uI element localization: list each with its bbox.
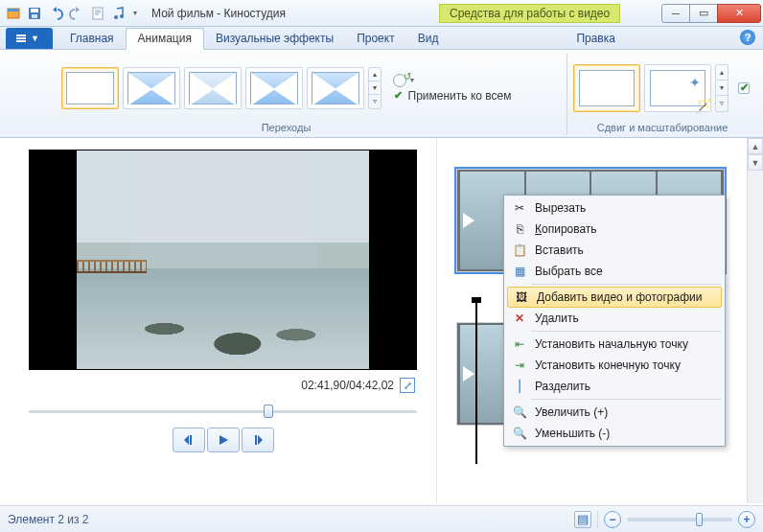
contextual-tab-label: Средства для работы с видео [439, 4, 620, 23]
redo-icon[interactable] [67, 4, 86, 23]
context-menu: ✂Вырезать ⎘Копировать 📋Вставить ▦Выбрать… [503, 195, 726, 447]
pan-zoom-gallery-more[interactable]: ▴▾▿ [715, 64, 728, 112]
ctx-set-start[interactable]: ⇤Установить начальную точку [506, 334, 723, 355]
vertical-scrollbar[interactable]: ▲ ▼ [747, 138, 763, 503]
window-title: Мой фильм - Киностудия [151, 7, 286, 20]
app-icon[interactable] [4, 4, 23, 23]
zoom-in-button[interactable]: + [738, 511, 755, 528]
time-display: 02:41,90/04:42,02 [301, 379, 394, 392]
playback-controls [173, 428, 274, 452]
svg-rect-10 [16, 40, 26, 42]
tab-project[interactable]: Проект [345, 29, 406, 49]
zoom-slider[interactable] [627, 518, 732, 521]
copy-icon: ⎘ [512, 221, 527, 237]
svg-rect-12 [255, 435, 257, 445]
zoom-out-icon: 🔍 [512, 426, 527, 441]
quick-access-toolbar: ▾ [2, 4, 140, 23]
ctx-select-all[interactable]: ▦Выбрать все [506, 261, 723, 282]
ctx-add-media[interactable]: 🖼Добавить видео и фотографии [507, 287, 722, 308]
svg-rect-4 [32, 14, 37, 18]
play-button[interactable] [207, 428, 240, 452]
tab-view[interactable]: Вид [406, 29, 451, 49]
tab-visual-effects[interactable]: Визуальные эффекты [204, 29, 345, 49]
svg-rect-8 [16, 35, 26, 36]
apply-all-label: Применить ко всем [408, 89, 512, 103]
transition-none[interactable] [61, 67, 119, 109]
save-icon[interactable] [25, 4, 44, 23]
pan-zoom-group: 🪄 ▴▾▿ ✔ Сдвиг и масштабирование [567, 54, 757, 135]
time-row: 02:41,90/04:42,02 ⤢ [29, 378, 417, 393]
svg-rect-3 [31, 9, 38, 12]
svg-rect-9 [16, 37, 26, 39]
close-button[interactable]: ✕ [717, 4, 761, 23]
video-preview[interactable] [29, 150, 417, 370]
music-icon[interactable] [109, 4, 128, 23]
preview-pane: 02:41,90/04:42,02 ⤢ [0, 138, 436, 503]
scroll-down-icon[interactable]: ▼ [748, 154, 763, 171]
ctx-separator [531, 284, 721, 285]
scissors-icon: ✂ [512, 200, 527, 216]
transition-preset-1[interactable] [123, 67, 180, 109]
pan-zoom-group-label: Сдвиг и масштабирование [597, 122, 728, 135]
prev-frame-button[interactable] [173, 428, 205, 452]
pan-zoom-apply-all[interactable]: ✔ [736, 64, 751, 112]
svg-rect-5 [93, 8, 103, 19]
next-frame-button[interactable] [242, 428, 274, 452]
svg-rect-11 [190, 435, 192, 445]
transitions-gallery-more[interactable]: ▴▾▿ [368, 67, 382, 109]
seek-bar[interactable] [29, 403, 417, 420]
svg-point-7 [120, 14, 124, 18]
ctx-paste[interactable]: 📋Вставить [506, 240, 723, 261]
fullscreen-button[interactable]: ⤢ [400, 378, 415, 393]
file-menu-button[interactable]: ▼ [6, 28, 53, 49]
transitions-group: ▴▾▿ ▾ ✔Применить ко всем Переходы [6, 54, 567, 135]
minimize-button[interactable]: ─ [661, 4, 690, 23]
paste-icon: 📋 [512, 243, 527, 258]
transition-preset-3[interactable] [245, 67, 303, 109]
clip-play-icon [463, 213, 474, 228]
zoom-out-button[interactable]: − [604, 511, 621, 528]
transition-preset-2[interactable] [184, 67, 242, 109]
ctx-zoom-out[interactable]: 🔍Уменьшить (-) [506, 423, 723, 444]
tab-animation[interactable]: Анимация [126, 28, 204, 50]
maximize-button[interactable]: ▭ [689, 4, 718, 23]
tab-edit[interactable]: Правка [565, 29, 627, 49]
status-bar: Элемент 2 из 2 ▤ − + [0, 505, 763, 532]
svg-rect-1 [8, 9, 19, 12]
video-frame [77, 150, 369, 369]
add-media-icon: 🖼 [514, 289, 529, 305]
ctx-delete[interactable]: ✕Удалить [506, 308, 723, 329]
clip-play-icon [463, 366, 474, 382]
zoom-in-icon: 🔍 [512, 405, 527, 420]
svg-point-6 [114, 15, 118, 19]
document-icon[interactable] [88, 4, 107, 23]
apply-to-all-button[interactable]: ✔Применить ко всем [393, 89, 512, 103]
undo-icon[interactable] [46, 4, 65, 23]
tab-home[interactable]: Главная [58, 29, 126, 49]
scroll-up-icon[interactable]: ▲ [748, 138, 763, 154]
pan-zoom-none[interactable] [573, 64, 640, 112]
ctx-separator [531, 331, 721, 332]
ctx-zoom-in[interactable]: 🔍Увеличить (+) [506, 402, 723, 423]
apply-all-block: ▾ ✔Применить ко всем [393, 74, 512, 103]
thumbnails-view-button[interactable]: ▤ [574, 511, 591, 528]
ctx-split[interactable]: ⎮Разделить [506, 376, 723, 397]
title-bar: ▾ Мой фильм - Киностудия Средства для ра… [0, 0, 763, 27]
ctx-set-end[interactable]: ⇥Установить конечную точку [506, 355, 723, 376]
status-item-count: Элемент 2 из 2 [8, 513, 89, 526]
qat-more-icon[interactable]: ▾ [130, 4, 140, 23]
zoom-thumb[interactable] [696, 513, 703, 526]
ctx-copy[interactable]: ⎘Копировать [506, 219, 723, 240]
select-all-icon: ▦ [512, 264, 527, 279]
help-button[interactable]: ? [740, 30, 755, 45]
seek-thumb[interactable] [264, 405, 273, 418]
delete-icon: ✕ [512, 311, 527, 326]
ribbon: ▴▾▿ ▾ ✔Применить ко всем Переходы 🪄 ▴▾▿ … [0, 50, 763, 138]
set-start-icon: ⇤ [512, 336, 527, 352]
transitions-group-label: Переходы [262, 122, 312, 135]
duration-icon[interactable] [393, 74, 406, 87]
transition-preset-4[interactable] [307, 67, 364, 109]
pan-zoom-auto[interactable]: 🪄 [644, 64, 711, 112]
ctx-cut[interactable]: ✂Вырезать [506, 197, 723, 219]
playhead[interactable] [475, 303, 477, 464]
